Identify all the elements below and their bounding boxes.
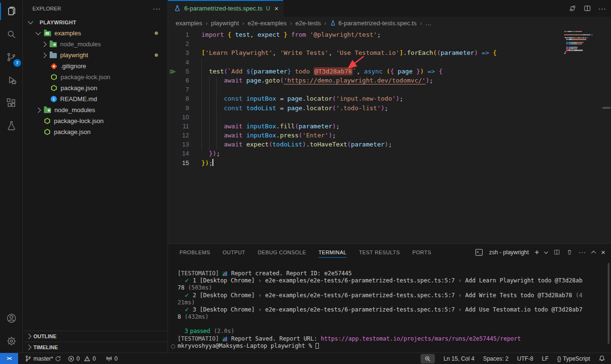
- zoom-indicator[interactable]: [421, 354, 435, 364]
- tree-item-gitignore[interactable]: .gitignore: [23, 61, 168, 72]
- outline-section-header[interactable]: OUTLINE: [23, 331, 168, 342]
- terminal-line: [178, 321, 606, 328]
- breadcrumb-item-e2e-tests[interactable]: e2e-tests: [295, 20, 321, 27]
- editor-more-actions-icon[interactable]: ···: [598, 5, 606, 12]
- kill-terminal-icon[interactable]: [566, 249, 573, 256]
- command-decoration-icon: ○: [171, 343, 176, 350]
- run-test-icon[interactable]: ▷▷: [170, 67, 173, 76]
- chevron-right-icon: [35, 107, 41, 113]
- breadcrumb-separator: ›: [242, 20, 244, 27]
- vscode-window: 7 EXPLORER ··· PLAYWRIGHTexamplesnode_mo…: [0, 0, 611, 364]
- panel-tab-test-results[interactable]: TEST RESULTS: [359, 244, 400, 260]
- terminal-line: ✓ 1 [Desktop Chrome] › e2e-examples/e2e-…: [178, 277, 606, 284]
- breadcrumb-item-[interactable]: …: [425, 20, 432, 27]
- split-editor-icon[interactable]: [583, 4, 591, 12]
- editor-link[interactable]: 'https://demo.playwright.dev/todomvc/': [284, 77, 425, 84]
- terminal-instance-label[interactable]: zsh - playwright: [489, 249, 529, 256]
- gutter-line: 10: [168, 113, 198, 122]
- tree-item-label: package.json: [54, 128, 91, 135]
- gutter-line: ▷▷5: [168, 67, 198, 76]
- magnifier-plus-icon: [424, 355, 431, 362]
- breadcrumb-separator: ›: [290, 20, 292, 27]
- terminal-dropdown-icon[interactable]: [544, 250, 548, 253]
- node-package-icon: [51, 74, 57, 80]
- source-control-icon[interactable]: 7: [0, 46, 23, 69]
- language-item[interactable]: {} TypeScript: [557, 355, 590, 362]
- accounts-icon[interactable]: [0, 307, 23, 330]
- panel-tab-debug-console[interactable]: DEBUG CONSOLE: [258, 244, 306, 260]
- code-editor[interactable]: 1234▷▷56789101112131415 import { test, e…: [168, 29, 611, 243]
- breadcrumb-separator: ›: [420, 20, 422, 27]
- terminal-line: [TESTOMATIO] Report created. Report ID: …: [178, 270, 606, 277]
- views-more-actions-icon[interactable]: ···: [153, 5, 161, 12]
- code-line: const todoList = page.locator('.todo-lis…: [201, 104, 496, 113]
- tree-item-package-json[interactable]: package.json: [23, 126, 168, 137]
- bar-chart-icon: [222, 337, 228, 342]
- eol-item[interactable]: LF: [542, 355, 548, 362]
- breadcrumb-item-playwright[interactable]: playwright: [211, 20, 239, 27]
- tree-item-examples[interactable]: examples: [23, 28, 168, 39]
- testing-flask-icon[interactable]: [0, 114, 23, 137]
- line-number: 6: [186, 77, 189, 84]
- tree-item-package-lock-json[interactable]: package-lock.json: [23, 115, 168, 126]
- gutter-line: 3: [168, 48, 198, 57]
- flask-icon: [330, 20, 336, 26]
- tree-item-package-json[interactable]: package.json: [23, 83, 168, 94]
- terminal-link[interactable]: https://app.testomat.io/projects/mars/ru…: [321, 335, 521, 342]
- tree-item-node-modules[interactable]: node_modules: [23, 104, 168, 115]
- split-terminal-icon[interactable]: [553, 249, 560, 256]
- notifications-bell-icon[interactable]: [599, 355, 605, 362]
- timeline-section-header[interactable]: TIMELINE: [23, 342, 168, 353]
- terminal-scrollbar-thumb[interactable]: [608, 263, 610, 344]
- problems-item[interactable]: 0 0: [68, 355, 95, 362]
- explorer-icon[interactable]: [0, 0, 23, 23]
- minimap[interactable]: [564, 31, 601, 54]
- encoding-item[interactable]: UTF-8: [517, 355, 533, 362]
- run-debug-icon[interactable]: [0, 69, 23, 92]
- test-id-highlight: @T3d28ab78: [314, 67, 353, 75]
- panel-tab-problems[interactable]: PROBLEMS: [179, 244, 210, 260]
- editor-scrollbar-thumb[interactable]: [602, 107, 611, 109]
- git-branch-item[interactable]: master*: [25, 355, 61, 362]
- gutter-line: 12: [168, 131, 198, 140]
- code-line: import { test, expect } from '@playwrigh…: [201, 30, 496, 39]
- terminal-line: ○mkryvoshyya@Maksyms-Laptop playwright %: [178, 343, 606, 350]
- tree-item-node-modules[interactable]: node_modules: [23, 39, 168, 50]
- tree-item-playwright[interactable]: PLAYWRIGHT: [23, 17, 168, 28]
- chevron-right-icon: [26, 344, 31, 350]
- tab-bar: 6-parametrized-tests.spec.ts U × ···: [168, 0, 611, 17]
- tree-item-label: package.json: [61, 84, 97, 92]
- panel-tab-label: TEST RESULTS: [359, 250, 400, 255]
- ports-item[interactable]: 0: [105, 355, 118, 362]
- terminal-output[interactable]: [TESTOMATIO] Report created. Report ID: …: [178, 270, 606, 350]
- settings-gear-icon[interactable]: [0, 330, 23, 353]
- breadcrumb-item-6-parametrized-tests-spec-ts[interactable]: 6-parametrized-tests.spec.ts: [330, 20, 417, 27]
- cursor-position-item[interactable]: Ln 15, Col 4: [443, 355, 474, 362]
- indentation-item[interactable]: Spaces: 2: [483, 355, 508, 362]
- tab-close-icon[interactable]: ×: [274, 5, 279, 12]
- folder-image-icon: [44, 31, 51, 36]
- tree-item-readme-md[interactable]: iREADME.md: [23, 94, 168, 104]
- open-changes-icon[interactable]: [569, 4, 577, 12]
- extensions-icon[interactable]: [0, 92, 23, 114]
- sync-icon[interactable]: [55, 355, 61, 362]
- new-terminal-icon[interactable]: +: [535, 248, 539, 257]
- panel-tab-ports[interactable]: PORTS: [412, 244, 432, 260]
- search-icon[interactable]: [0, 23, 23, 46]
- terminal-line: [TESTOMATIO] Report Saved. Report URL: h…: [178, 335, 606, 343]
- breadcrumb-label: e2e-tests: [295, 20, 321, 27]
- gutter-line: 1: [168, 30, 198, 39]
- panel-tab-output[interactable]: OUTPUT: [222, 244, 245, 260]
- chevron-right-icon: [41, 52, 46, 58]
- breadcrumb-item-examples[interactable]: examples: [176, 20, 202, 27]
- maximize-panel-icon[interactable]: [591, 250, 596, 255]
- close-panel-icon[interactable]: ×: [601, 248, 605, 256]
- panel-more-actions-icon[interactable]: ···: [579, 249, 586, 256]
- tree-item-playwright[interactable]: playwright: [23, 50, 168, 61]
- code-line: await inputBox.press('Enter');: [201, 131, 496, 140]
- panel-tab-terminal[interactable]: TERMINAL: [318, 244, 347, 260]
- breadcrumb-item-e2e-examples[interactable]: e2e-examples: [248, 20, 287, 27]
- tab-spec-file[interactable]: 6-parametrized-tests.spec.ts U ×: [168, 0, 284, 17]
- tree-item-package-lock-json[interactable]: package-lock.json: [23, 72, 168, 83]
- remote-indicator[interactable]: ><: [0, 353, 18, 364]
